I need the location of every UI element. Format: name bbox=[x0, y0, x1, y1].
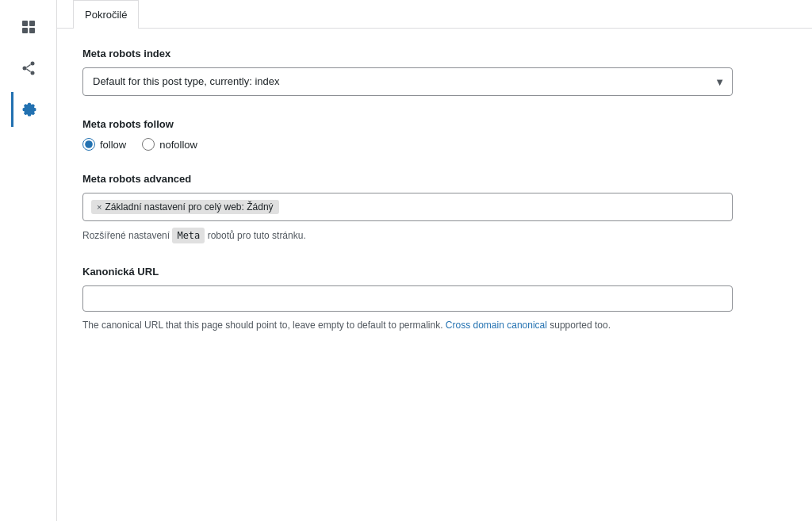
tab-pokrocile[interactable]: Pokročilé bbox=[73, 0, 139, 29]
share-icon-svg bbox=[21, 60, 36, 76]
grid-icon[interactable] bbox=[11, 10, 46, 44]
cross-domain-canonical-link[interactable]: Cross domain canonical bbox=[446, 320, 547, 331]
svg-point-5 bbox=[22, 67, 26, 71]
radio-follow[interactable]: follow bbox=[82, 138, 126, 151]
meta-badge: Meta bbox=[172, 228, 205, 243]
meta-robots-advanced-description: Rozšířené nastavení Meta robotů pro tuto… bbox=[82, 228, 787, 243]
meta-robots-follow-group: Meta robots follow follow nofollow bbox=[82, 118, 787, 151]
meta-robots-index-label: Meta robots index bbox=[82, 48, 787, 59]
canonical-url-input[interactable] bbox=[82, 285, 733, 312]
meta-robots-advanced-tag: × Základní nastavení pro celý web: Žádný bbox=[91, 200, 279, 214]
settings-icon[interactable] bbox=[11, 92, 46, 127]
desc-before: Rozšířené nastavení bbox=[82, 230, 170, 241]
svg-rect-1 bbox=[29, 21, 35, 26]
meta-robots-advanced-group: Meta robots advanced × Základní nastaven… bbox=[82, 173, 787, 243]
meta-robots-advanced-input[interactable]: × Základní nastavení pro celý web: Žádný bbox=[82, 193, 733, 221]
svg-line-7 bbox=[26, 65, 30, 68]
svg-rect-2 bbox=[22, 28, 28, 33]
radio-nofollow[interactable]: nofollow bbox=[142, 138, 197, 151]
svg-point-6 bbox=[30, 71, 34, 75]
main-content: Pokročilé Meta robots index Default for … bbox=[57, 0, 812, 521]
svg-point-4 bbox=[30, 62, 34, 66]
canonical-url-description: The canonical URL that this page should … bbox=[82, 318, 787, 332]
tag-text: Základní nastavení pro celý web: Žádný bbox=[105, 201, 273, 213]
radio-follow-label: follow bbox=[100, 139, 126, 151]
canonical-desc-before: The canonical URL that this page should … bbox=[82, 320, 443, 331]
canonical-url-label: Kanonická URL bbox=[82, 266, 787, 278]
settings-icon-svg bbox=[21, 102, 37, 117]
radio-nofollow-label: nofollow bbox=[159, 139, 197, 151]
svg-rect-3 bbox=[29, 28, 35, 33]
meta-robots-index-select[interactable]: Default for this post type, currently: i… bbox=[82, 67, 733, 96]
meta-robots-index-select-wrapper: Default for this post type, currently: i… bbox=[82, 67, 733, 96]
share-icon[interactable] bbox=[11, 51, 46, 86]
canonical-url-group: Kanonická URL The canonical URL that thi… bbox=[82, 266, 787, 332]
desc-after: robotů pro tuto stránku. bbox=[208, 230, 306, 241]
grid-icon-svg bbox=[21, 19, 36, 35]
form-content: Meta robots index Default for this post … bbox=[57, 29, 812, 374]
sidebar bbox=[0, 0, 57, 521]
meta-robots-index-group: Meta robots index Default for this post … bbox=[82, 48, 787, 96]
meta-robots-follow-label: Meta robots follow bbox=[82, 118, 787, 130]
meta-robots-follow-radios: follow nofollow bbox=[82, 138, 787, 151]
svg-line-8 bbox=[26, 69, 30, 72]
radio-nofollow-input[interactable] bbox=[142, 138, 155, 151]
tabs-bar: Pokročilé bbox=[57, 0, 812, 29]
canonical-desc-after2: supported too. bbox=[550, 320, 611, 331]
tag-close-icon[interactable]: × bbox=[97, 202, 102, 212]
svg-rect-0 bbox=[22, 21, 28, 26]
meta-robots-advanced-label: Meta robots advanced bbox=[82, 173, 787, 185]
radio-follow-input[interactable] bbox=[82, 138, 95, 151]
